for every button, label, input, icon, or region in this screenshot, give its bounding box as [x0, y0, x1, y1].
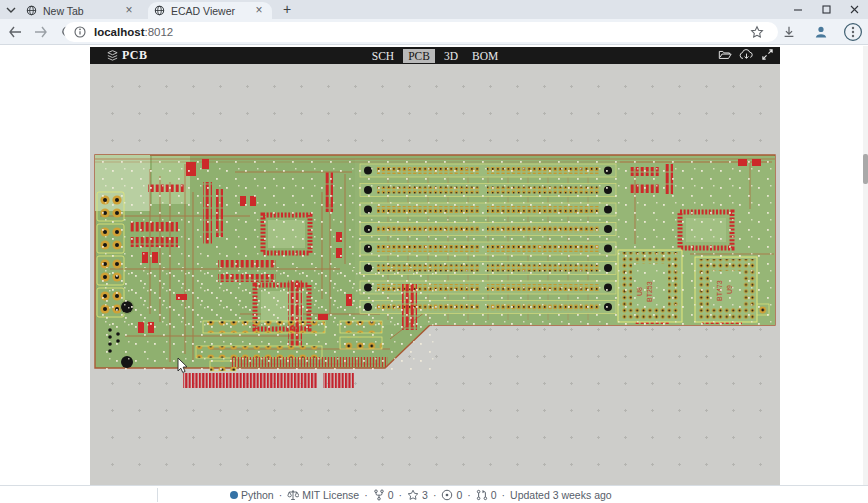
scrollbar-thumb[interactable] — [863, 154, 868, 184]
language-stat: Python — [230, 489, 274, 501]
pull-requests-stat[interactable]: 0 — [476, 489, 497, 501]
browser-menu-icon[interactable] — [842, 21, 864, 43]
fork-icon — [373, 489, 385, 501]
window-close-button[interactable] — [840, 0, 868, 19]
issues-count: 0 — [456, 489, 462, 501]
language-label: Python — [241, 489, 274, 501]
url-port: :8012 — [144, 26, 173, 38]
browser-toolbar: localhost:8012 — [0, 19, 868, 45]
license-stat[interactable]: MIT License — [287, 489, 359, 501]
issue-opened-icon — [441, 489, 453, 501]
tab-search-chevron-icon[interactable] — [4, 3, 18, 16]
url-host: localhost — [94, 26, 144, 38]
toolbar-right-icons — [742, 22, 864, 42]
page-scrollbar[interactable] — [863, 46, 868, 485]
tab-pcb[interactable]: PCB — [403, 49, 435, 63]
footer-divider — [157, 488, 158, 502]
pull-request-icon — [476, 489, 488, 501]
bookmark-star-icon[interactable] — [746, 21, 768, 43]
cloud-download-icon[interactable] — [739, 48, 754, 61]
globe-favicon-icon — [26, 5, 37, 16]
pcb-board-drawing: U8 BT253 BT473 U9 — [90, 64, 780, 485]
tab-close-icon[interactable]: × — [252, 4, 266, 18]
address-bar[interactable]: localhost:8012 — [64, 22, 778, 42]
tab-title: New Tab — [43, 5, 122, 17]
browser-tab-strip: New Tab × ECAD Viewer × + — [0, 0, 868, 19]
forks-count: 0 — [388, 489, 394, 501]
license-label: MIT License — [302, 489, 359, 501]
app-toolbar-icons — [718, 48, 774, 61]
updated-label: Updated 3 weeks ago — [510, 489, 612, 501]
star-icon — [407, 489, 419, 501]
repo-stats-footer: Python · MIT License · 0 · 3 — [0, 485, 868, 503]
language-color-dot — [230, 491, 238, 499]
pull-requests-count: 0 — [491, 489, 497, 501]
fullscreen-expand-icon[interactable] — [761, 48, 774, 61]
ecad-viewer-app: PCB SCH PCB 3D BOM — [90, 47, 780, 485]
window-maximize-button[interactable] — [812, 0, 840, 19]
profile-avatar-icon[interactable] — [810, 21, 832, 43]
globe-favicon-icon — [154, 5, 165, 16]
open-folder-icon[interactable] — [718, 48, 732, 61]
browser-tab-ecad-viewer[interactable]: ECAD Viewer × — [148, 2, 272, 19]
new-tab-button[interactable]: + — [280, 3, 294, 17]
forward-button[interactable] — [30, 21, 52, 43]
browser-tab-newtab[interactable]: New Tab × — [20, 2, 142, 19]
tab-sch[interactable]: SCH — [367, 49, 399, 63]
url-text: localhost:8012 — [94, 26, 173, 38]
page-content: PCB SCH PCB 3D BOM — [0, 46, 868, 485]
view-mode-tabs: SCH PCB 3D BOM — [90, 47, 780, 64]
tab-bom[interactable]: BOM — [467, 49, 503, 63]
stars-stat[interactable]: 3 — [407, 489, 428, 501]
stars-count: 3 — [422, 489, 428, 501]
tab-3d[interactable]: 3D — [439, 49, 463, 63]
issues-stat[interactable]: 0 — [441, 489, 462, 501]
site-info-icon[interactable] — [74, 26, 86, 38]
forks-stat[interactable]: 0 — [373, 489, 394, 501]
back-button[interactable] — [4, 21, 26, 43]
window-minimize-button[interactable] — [784, 0, 812, 19]
repo-stats: Python · MIT License · 0 · 3 — [230, 486, 612, 503]
tab-title: ECAD Viewer — [171, 5, 252, 17]
edge-connector-fingers — [183, 373, 354, 388]
download-icon[interactable] — [778, 21, 800, 43]
ecad-app-toolbar: PCB SCH PCB 3D BOM — [90, 47, 780, 64]
window-controls — [784, 0, 868, 19]
pcb-canvas[interactable]: U8 BT253 BT473 U9 — [90, 64, 780, 485]
silkscreen-flecks-2 — [99, 267, 434, 371]
law-scale-icon — [287, 489, 299, 501]
tab-close-icon[interactable]: × — [122, 4, 136, 18]
